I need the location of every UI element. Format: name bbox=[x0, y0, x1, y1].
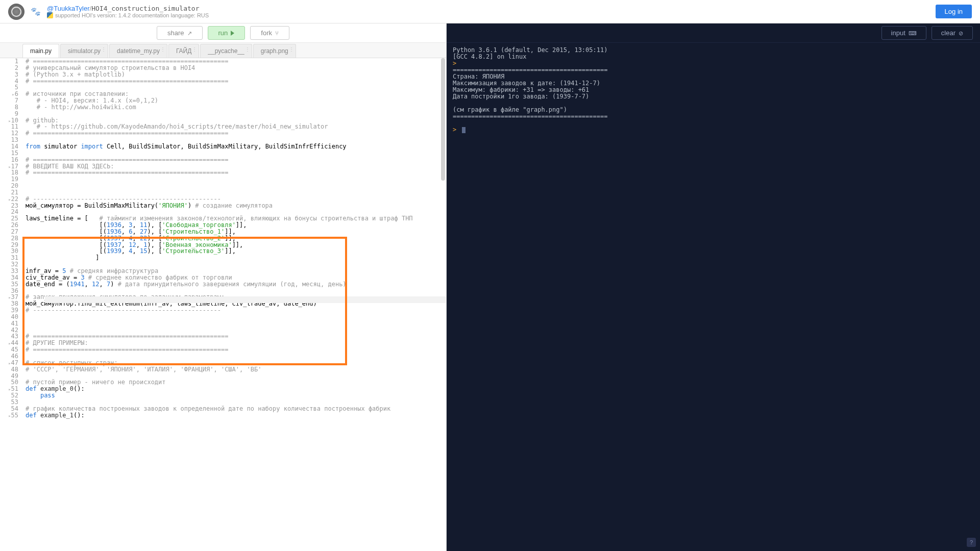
breadcrumb-subtitle: supported HOI's version: 1.4.2 documenta… bbox=[55, 12, 209, 18]
tab--[interactable]: ГАЙД⋮ bbox=[168, 44, 199, 58]
current-line-highlight bbox=[45, 296, 446, 303]
scrollbar-thumb[interactable] bbox=[441, 58, 445, 181]
console-output[interactable]: Python 3.6.1 (default, Dec 2015, 13:05:1… bbox=[447, 43, 980, 551]
code-line-21[interactable] bbox=[22, 189, 446, 196]
code-line-1[interactable]: # ======================================… bbox=[22, 58, 446, 65]
input-icon bbox=[909, 29, 917, 37]
fork-button[interactable]: fork bbox=[250, 26, 289, 40]
console-pane: input clear Python 3.6.1 (default, Dec 2… bbox=[447, 23, 980, 551]
editor-pane: share run fork main.pysimulator.py⋮datet… bbox=[0, 23, 447, 551]
code-line-27[interactable]: [(1936, 6, 27), ['Строительство_1']], bbox=[22, 229, 446, 235]
code-line-2[interactable]: # универсальный симулятор строительства … bbox=[22, 65, 446, 71]
code-line-18[interactable]: # ======================================… bbox=[22, 169, 446, 176]
breadcrumb-project[interactable]: HOI4_construction_simulator bbox=[91, 5, 199, 12]
code-line-8[interactable]: # - http://www.hoi4wiki.com bbox=[22, 104, 446, 111]
clear-icon bbox=[959, 29, 963, 37]
code-line-54[interactable]: # график количества построенных заводов … bbox=[22, 406, 446, 412]
code-area[interactable]: # ======================================… bbox=[22, 58, 446, 551]
code-line-20[interactable] bbox=[22, 183, 446, 189]
breadcrumb: @TuukkaTyler/HOI4_construction_simulator… bbox=[47, 5, 209, 18]
code-line-40[interactable] bbox=[22, 314, 446, 320]
code-line-16[interactable]: # ======================================… bbox=[22, 157, 446, 163]
code-line-3[interactable]: # (Python 3.x + matplotlib) bbox=[22, 71, 446, 78]
code-line-12[interactable]: # ======================================… bbox=[22, 130, 446, 137]
code-line-39[interactable]: # --------------------------------------… bbox=[22, 307, 446, 314]
code-line-53[interactable] bbox=[22, 399, 446, 406]
tab-datetime_my-py[interactable]: datetime_my.py⋮ bbox=[109, 44, 167, 58]
code-line-51[interactable]: def example_0(): bbox=[22, 386, 446, 392]
code-line-55[interactable]: def example_1(): bbox=[22, 412, 446, 419]
code-line-19[interactable] bbox=[22, 176, 446, 183]
code-line-50[interactable]: # пустой пример - ничего не происходит bbox=[22, 379, 446, 386]
clear-button[interactable]: clear bbox=[932, 26, 973, 40]
fork-icon bbox=[275, 29, 279, 37]
share-icon bbox=[187, 29, 192, 37]
code-line-45[interactable]: # ======================================… bbox=[22, 346, 446, 353]
editor-toolbar: share run fork bbox=[0, 23, 446, 43]
input-button[interactable]: input bbox=[881, 26, 926, 40]
code-line-46[interactable] bbox=[22, 353, 446, 360]
code-line-52[interactable]: pass bbox=[22, 392, 446, 399]
tab-__pycache__[interactable]: __pycache__⋮ bbox=[200, 44, 252, 58]
run-button[interactable]: run bbox=[208, 26, 246, 40]
code-line-26[interactable]: [(1936, 3, 11), ['Свободная_торговля']], bbox=[22, 222, 446, 229]
code-line-41[interactable] bbox=[22, 320, 446, 327]
code-line-31[interactable]: ] bbox=[22, 255, 446, 261]
tab-simulator-py[interactable]: simulator.py⋮ bbox=[60, 44, 108, 58]
code-line-15[interactable] bbox=[22, 150, 446, 157]
code-line-4[interactable]: # ======================================… bbox=[22, 78, 446, 85]
code-line-23[interactable]: мой_симулятор = BuildSimMaxMilitary('ЯПО… bbox=[22, 203, 446, 209]
code-line-14[interactable]: from simulator import Cell, BuildSimulat… bbox=[22, 143, 446, 150]
play-icon bbox=[231, 31, 234, 36]
code-editor[interactable]: 12345▸6789▸10111213141516▸1718192021▸222… bbox=[0, 58, 446, 551]
share-button[interactable]: share bbox=[157, 26, 203, 40]
line-gutter: 12345▸6789▸10111213141516▸1718192021▸222… bbox=[0, 58, 22, 551]
breadcrumb-user[interactable]: @TuukkaTyler bbox=[47, 5, 90, 12]
code-line-48[interactable]: # 'СССР', 'ГЕРМАНИЯ', 'ЯПОНИЯ', 'ИТАЛИЯ'… bbox=[22, 366, 446, 373]
file-tabs: main.pysimulator.py⋮datetime_my.py⋮ГАЙД⋮… bbox=[0, 43, 446, 58]
code-line-28[interactable]: [(1937, 4, 22), ['Строительство_2']], bbox=[22, 235, 446, 242]
paw-icon: 🐾 bbox=[31, 7, 41, 17]
logo-icon[interactable] bbox=[8, 4, 24, 20]
help-icon[interactable]: ? bbox=[967, 538, 976, 547]
code-line-7[interactable]: # - HOI4, версия: 1.4.x (x=0,1,2) bbox=[22, 97, 446, 104]
code-line-33[interactable]: infr_av = 5 # средняя инфраструктура bbox=[22, 268, 446, 274]
tab-main-py[interactable]: main.py bbox=[22, 44, 59, 58]
code-line-9[interactable] bbox=[22, 111, 446, 117]
tab-graph-png[interactable]: graph.png⋮ bbox=[253, 44, 296, 58]
python-icon bbox=[47, 12, 53, 18]
code-line-35[interactable]: date_end = (1941, 12, 7) # дата принудит… bbox=[22, 281, 446, 288]
login-button[interactable]: Log in bbox=[936, 5, 972, 18]
app-header: 🐾 @TuukkaTyler/HOI4_construction_simulat… bbox=[0, 0, 980, 23]
console-toolbar: input clear bbox=[447, 23, 980, 43]
